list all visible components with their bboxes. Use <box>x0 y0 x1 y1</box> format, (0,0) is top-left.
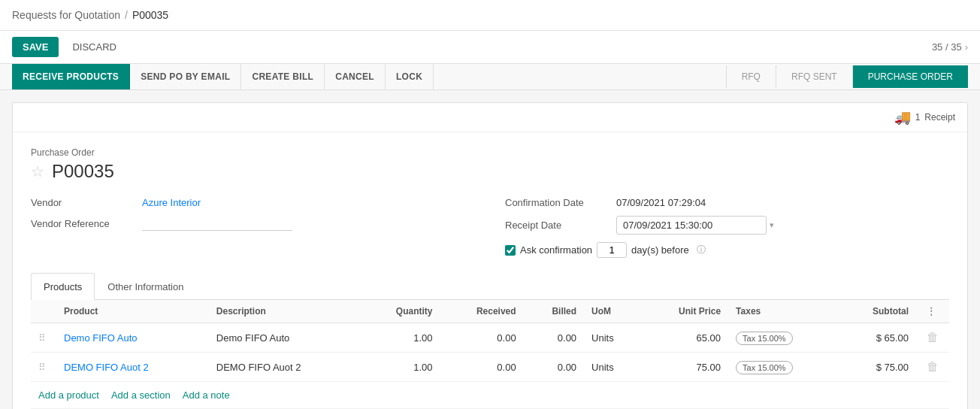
status-purchase-order-label: PURCHASE ORDER <box>868 71 953 82</box>
pagination: 35 / 35 › <box>932 41 968 53</box>
form-fields: Vendor Azure Interior Vendor Reference C… <box>31 197 949 258</box>
vendor-reference-input[interactable] <box>142 216 292 231</box>
vendor-reference-field: Vendor Reference <box>31 216 475 231</box>
add-section-link[interactable]: Add a section <box>111 389 171 401</box>
receive-products-button[interactable]: RECEIVE PRODUCTS <box>12 64 130 89</box>
info-icon[interactable]: ⓘ <box>697 244 706 256</box>
col-received-header: Received <box>440 300 524 323</box>
ask-confirmation-suffix: day(s) before <box>631 244 689 256</box>
drag-handle-icon[interactable]: ⠿ <box>38 362 46 373</box>
tab-other-info[interactable]: Other Information <box>95 273 196 300</box>
col-unit-price-header: Unit Price <box>641 300 728 323</box>
row2-delete: 🗑 <box>916 353 949 382</box>
discard-button[interactable]: DISCARD <box>65 37 124 57</box>
breadcrumb-parent[interactable]: Requests for Quotation <box>12 9 120 21</box>
drag-handle-icon[interactable]: ⠿ <box>38 332 46 344</box>
col-taxes-header: Taxes <box>728 300 838 323</box>
row1-unit-price: 65.00 <box>641 323 728 353</box>
confirmation-date-label: Confirmation Date <box>505 197 610 208</box>
col-description-header: Description <box>209 300 361 323</box>
form-card: 🚚 1 Receipt Purchase Order ☆ P00035 Vend… <box>12 102 968 409</box>
tabs: Products Other Information <box>31 273 949 300</box>
vendor-field: Vendor Azure Interior <box>31 197 475 208</box>
product-link[interactable]: Demo FIFO Auto <box>64 332 138 344</box>
row1-drag: ⠿ <box>31 323 56 353</box>
table-row: ⠿ Demo FIFO Auto Demo FIFO Auto 1.00 0.0… <box>31 323 949 353</box>
vendor-reference-label: Vendor Reference <box>31 218 136 229</box>
form-title-row: ☆ P00035 <box>31 161 949 182</box>
delete-row1-button[interactable]: 🗑 <box>924 329 942 346</box>
row1-received: 0.00 <box>440 323 524 353</box>
date-dropdown-icon[interactable]: ▾ <box>770 220 774 230</box>
favorite-star-icon[interactable]: ☆ <box>31 162 44 180</box>
status-steps: RFQ RFQ SENT PURCHASE ORDER <box>726 65 968 88</box>
row1-product[interactable]: Demo FIFO Auto <box>56 323 209 353</box>
row1-description: Demo FIFO Auto <box>209 323 361 353</box>
status-rfq-label: RFQ <box>742 71 761 82</box>
row2-quantity: 1.00 <box>361 353 440 382</box>
row2-product[interactable]: DEMO FIFO Auot 2 <box>56 353 209 382</box>
add-note-link[interactable]: Add a note <box>183 389 230 401</box>
product-link[interactable]: DEMO FIFO Auot 2 <box>64 362 149 373</box>
row2-subtotal: $ 75.00 <box>838 353 916 382</box>
confirmation-date-value: 07/09/2021 07:29:04 <box>616 197 706 208</box>
receipt-date-wrapper: ▾ <box>616 216 774 235</box>
order-number: P00035 <box>52 161 114 182</box>
column-menu-icon[interactable]: ⋮ <box>924 303 939 320</box>
send-po-email-button[interactable]: SEND PO BY EMAIL <box>130 64 241 89</box>
ask-confirmation-row: Ask confirmation day(s) before ⓘ <box>505 242 949 258</box>
products-table: Product Description Quantity Received <box>31 300 949 382</box>
add-product-link[interactable]: Add a product <box>38 389 99 401</box>
action-bar: SAVE DISCARD 35 / 35 › <box>0 31 980 64</box>
receipt-badge[interactable]: 🚚 1 Receipt <box>894 109 955 126</box>
row2-unit-price: 75.00 <box>641 353 728 382</box>
lock-button[interactable]: LOCK <box>386 64 434 89</box>
col-actions-header: ⋮ <box>916 300 949 323</box>
row1-delete: 🗑 <box>916 323 949 353</box>
add-row: Add a product Add a section Add a note <box>31 382 949 409</box>
toolbar: RECEIVE PRODUCTS SEND PO BY EMAIL CREATE… <box>0 64 980 90</box>
breadcrumb-bar: Requests for Quotation / P00035 <box>0 0 980 31</box>
tab-products[interactable]: Products <box>31 273 95 300</box>
receipt-label: Receipt <box>924 112 955 123</box>
row2-drag: ⠿ <box>31 353 56 382</box>
status-rfq-sent: RFQ SENT <box>776 65 852 88</box>
pagination-chevron-icon[interactable]: › <box>965 41 968 53</box>
row2-uom: Units <box>584 353 641 382</box>
row2-received: 0.00 <box>440 353 524 382</box>
ask-confirmation-label: Ask confirmation <box>520 244 592 256</box>
col-subtotal-header: Subtotal <box>838 300 916 323</box>
create-bill-button[interactable]: CREATE BILL <box>241 64 325 89</box>
confirmation-date-field: Confirmation Date 07/09/2021 07:29:04 <box>505 197 949 208</box>
row1-taxes: Tax 15.00% <box>728 323 838 353</box>
tax-badge[interactable]: Tax 15.00% <box>736 332 792 345</box>
vendor-value[interactable]: Azure Interior <box>142 197 201 208</box>
save-button[interactable]: SAVE <box>12 37 59 57</box>
status-purchase-order: PURCHASE ORDER <box>852 65 968 88</box>
ask-confirmation-checkbox[interactable] <box>505 245 516 256</box>
truck-icon: 🚚 <box>894 109 911 126</box>
cancel-button[interactable]: CANCEL <box>325 64 386 89</box>
row2-description: DEMO FIFO Auot 2 <box>209 353 361 382</box>
breadcrumb-current: P00035 <box>132 9 168 21</box>
status-rfq: RFQ <box>726 65 776 88</box>
receipt-date-input[interactable] <box>616 216 767 235</box>
vendor-label: Vendor <box>31 197 136 208</box>
row2-billed: 0.00 <box>524 353 584 382</box>
tax-badge[interactable]: Tax 15.00% <box>736 361 792 374</box>
form-title-label: Purchase Order <box>31 147 949 158</box>
form-body: Purchase Order ☆ P00035 Vendor Azure Int… <box>13 132 967 409</box>
table-row: ⠿ DEMO FIFO Auot 2 DEMO FIFO Auot 2 1.00… <box>31 353 949 382</box>
pagination-text: 35 / 35 <box>932 41 962 53</box>
col-billed-header: Billed <box>524 300 584 323</box>
action-bar-left: SAVE DISCARD <box>12 37 124 57</box>
col-product-header: Product <box>56 300 209 323</box>
breadcrumb-separator: / <box>125 9 128 21</box>
col-uom-header: UoM <box>584 300 641 323</box>
row2-taxes: Tax 15.00% <box>728 353 838 382</box>
delete-row2-button[interactable]: 🗑 <box>924 359 942 375</box>
col-quantity-header: Quantity <box>361 300 440 323</box>
receipt-date-label: Receipt Date <box>505 220 610 231</box>
form-col-right: Confirmation Date 07/09/2021 07:29:04 Re… <box>505 197 949 258</box>
ask-confirmation-days-input[interactable] <box>597 242 627 258</box>
